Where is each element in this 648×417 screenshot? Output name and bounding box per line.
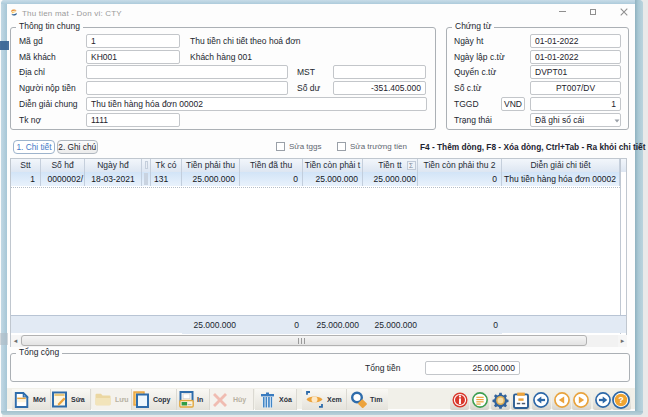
svg-text:?: ? — [618, 395, 624, 405]
